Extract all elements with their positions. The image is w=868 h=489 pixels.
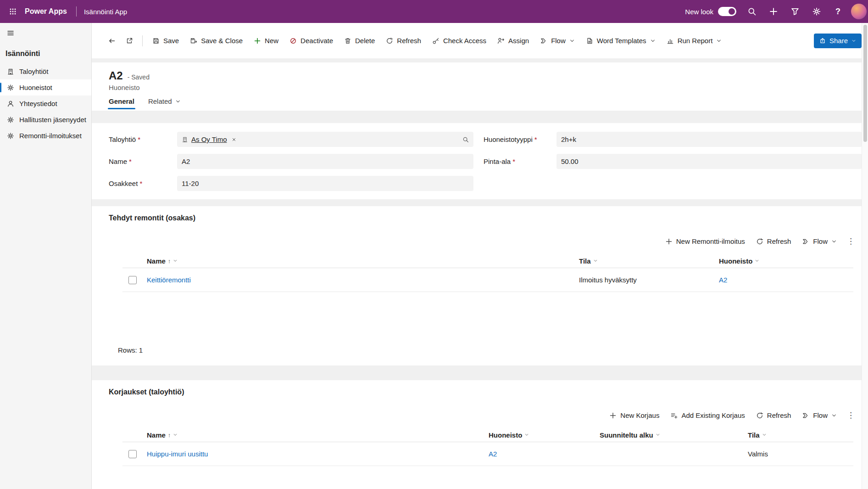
app-launcher-button[interactable] xyxy=(3,0,23,23)
column-header-name[interactable]: Name ↑ xyxy=(147,431,489,439)
lookup-search-icon[interactable] xyxy=(462,136,469,143)
flow-button[interactable]: Flow xyxy=(797,235,842,247)
table-header-row: Name ↑ Tila Huoneisto xyxy=(122,254,853,268)
lookup-value[interactable]: As Oy Timo xyxy=(191,135,227,143)
taloyhtio-lookup-field[interactable]: As Oy Timo xyxy=(177,132,473,147)
deactivate-button[interactable]: Deactivate xyxy=(284,32,338,50)
huoneisto-link[interactable]: A2 xyxy=(719,276,853,284)
word-templates-button[interactable]: Word Templates xyxy=(581,32,661,50)
huoneisto-link[interactable]: A2 xyxy=(489,450,600,458)
more-commands-button[interactable]: ⋮ xyxy=(843,410,859,421)
remove-value-icon[interactable] xyxy=(230,136,238,143)
osakkeet-field[interactable] xyxy=(177,176,473,191)
new-remontti-ilmoitus-button[interactable]: New Remontti-ilmoitus xyxy=(660,235,750,247)
chevron-down-icon xyxy=(851,39,856,43)
user-avatar[interactable] xyxy=(851,4,867,19)
filter-button[interactable] xyxy=(784,0,806,23)
run-report-button[interactable]: Run Report xyxy=(662,32,727,50)
huoneistotyyppi-field[interactable] xyxy=(556,132,862,147)
command-bar: Save Save & Close New Deactivate Delete … xyxy=(92,23,868,58)
flow-button[interactable]: Flow xyxy=(535,32,580,50)
subgrid-table: Name ↑ Tila Huoneisto Keittiöre xyxy=(122,254,853,292)
toggle-switch[interactable] xyxy=(718,7,736,16)
vertical-scrollbar[interactable] xyxy=(862,23,868,489)
help-button[interactable]: ? xyxy=(827,0,849,23)
open-in-new-window-button[interactable] xyxy=(121,33,138,49)
flow-icon xyxy=(540,37,547,45)
row-checkbox[interactable] xyxy=(128,276,137,284)
table-row[interactable]: Huippu-imuri uusittu A2 Valmis xyxy=(122,442,853,466)
new-button[interactable]: New xyxy=(249,32,284,50)
more-commands-button[interactable]: ⋮ xyxy=(843,236,859,247)
refresh-icon xyxy=(756,412,763,419)
save-label: Save xyxy=(163,37,179,45)
subgrid-table: Name ↑ Huoneisto Suunniteltu alku Tila xyxy=(122,428,853,466)
app-body: Isännöinti Taloyhtiöt Huoneistot Yhteyst… xyxy=(0,23,868,489)
check-access-icon xyxy=(432,37,440,45)
column-header-suunniteltu-alku[interactable]: Suunniteltu alku xyxy=(600,431,748,439)
new-look-toggle[interactable]: New look xyxy=(685,7,736,16)
pinta-ala-field[interactable] xyxy=(556,154,862,169)
column-header-huoneisto[interactable]: Huoneisto xyxy=(489,431,600,439)
subgrid-title: Tehdyt remontit (osakas) xyxy=(109,214,862,222)
column-header-tila[interactable]: Tila xyxy=(748,431,853,439)
record-entity-name: Huoneisto xyxy=(109,84,862,91)
lookup-chip[interactable]: As Oy Timo xyxy=(182,135,238,143)
sidebar-item-huoneistot[interactable]: Huoneistot xyxy=(0,79,91,96)
form-grid: Taloyhtiö* As Oy Timo Huoneistotyyppi* N… xyxy=(109,132,862,191)
record-link[interactable]: Keittiöremontti xyxy=(147,276,579,284)
row-count: Rows: 1 xyxy=(118,346,862,354)
sidebar-item-hallitusten-jasenyydet[interactable]: Hallitusten jäsenyydet xyxy=(0,112,91,128)
flow-button[interactable]: Flow xyxy=(797,409,842,422)
flow-icon xyxy=(802,238,809,245)
share-label: Share xyxy=(829,37,848,45)
save-and-close-button[interactable]: Save & Close xyxy=(185,32,248,50)
refresh-button[interactable]: Refresh xyxy=(751,235,796,247)
assign-button[interactable]: Assign xyxy=(492,32,534,50)
settings-button[interactable] xyxy=(806,0,827,23)
toggle-knob xyxy=(729,8,735,15)
hamburger-icon xyxy=(7,29,20,37)
form-section: Taloyhtiö* As Oy Timo Huoneistotyyppi* N… xyxy=(92,123,868,199)
sitemap-collapse-button[interactable] xyxy=(0,23,20,37)
chevron-down-icon xyxy=(716,38,722,44)
back-button[interactable] xyxy=(104,33,120,49)
sidebar-item-remontti-ilmoitukset[interactable]: Remontti-ilmoitukset xyxy=(0,128,91,144)
refresh-button[interactable]: Refresh xyxy=(751,409,796,422)
building-icon xyxy=(7,68,14,75)
add-existing-korjaus-button[interactable]: Add Existing Korjaus xyxy=(665,409,750,422)
section-separator xyxy=(92,58,868,62)
record-save-status: - Saved xyxy=(128,73,150,81)
save-button[interactable]: Save xyxy=(147,32,184,50)
chevron-down-icon xyxy=(524,433,529,437)
tab-related-label: Related xyxy=(148,97,172,105)
delete-button[interactable]: Delete xyxy=(339,32,380,50)
sidebar-item-label: Hallitusten jäsenyydet xyxy=(19,116,86,124)
required-indicator: * xyxy=(139,180,142,187)
new-korjaus-button[interactable]: New Korjaus xyxy=(604,409,664,422)
record-link[interactable]: Huippu-imuri uusittu xyxy=(147,450,489,458)
chevron-down-icon xyxy=(173,433,178,437)
search-button[interactable] xyxy=(741,0,762,23)
header-actions: New look ? xyxy=(685,0,868,23)
row-checkbox[interactable] xyxy=(128,450,137,458)
scrollbar-thumb[interactable] xyxy=(863,25,867,142)
name-field[interactable] xyxy=(177,154,473,169)
share-button[interactable]: Share xyxy=(814,34,862,48)
table-row[interactable]: Keittiöremontti Ilmoitus hyväksytty A2 xyxy=(122,268,853,292)
filter-icon xyxy=(790,7,800,16)
app-environment-name[interactable]: Isännöinti App xyxy=(84,8,127,16)
search-icon xyxy=(747,7,757,16)
quick-create-button[interactable] xyxy=(762,0,784,23)
sidebar-item-taloyhtiot[interactable]: Taloyhtiöt xyxy=(0,63,91,79)
refresh-button[interactable]: Refresh xyxy=(381,32,426,50)
column-header-tila[interactable]: Tila xyxy=(579,257,719,265)
sidebar-item-yhteystiedot[interactable]: Yhteystiedot xyxy=(0,96,91,112)
check-access-button[interactable]: Check Access xyxy=(427,32,491,50)
tab-general[interactable]: General xyxy=(109,97,134,109)
column-header-huoneisto[interactable]: Huoneisto xyxy=(719,257,853,265)
column-header-name[interactable]: Name ↑ xyxy=(147,257,579,265)
flow-label: Flow xyxy=(551,37,566,45)
chevron-down-icon xyxy=(569,38,575,44)
tab-related[interactable]: Related xyxy=(148,97,181,109)
